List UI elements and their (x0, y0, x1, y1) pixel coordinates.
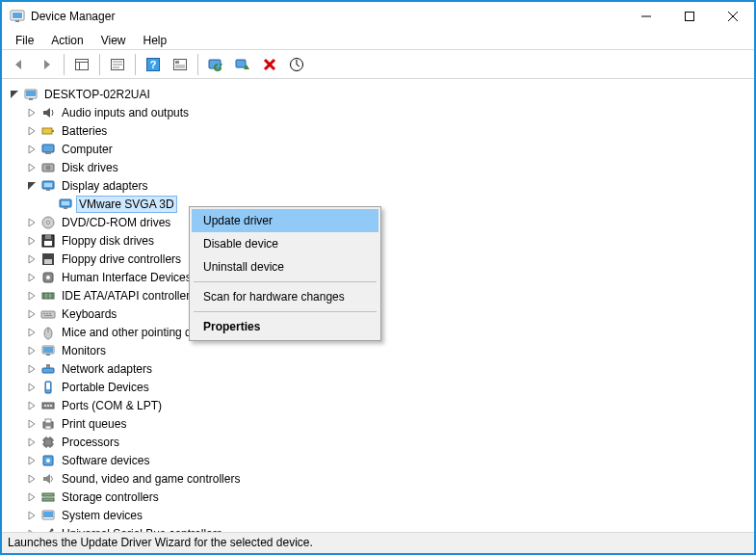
context-menu-item[interactable]: Disable device (192, 232, 378, 255)
sound-icon (40, 471, 56, 487)
chevron-right-icon[interactable] (25, 161, 39, 174)
chevron-right-icon[interactable] (25, 399, 39, 412)
tree-category-label: Network adapters (60, 361, 154, 377)
svg-point-91 (51, 528, 54, 531)
maximize-button[interactable] (667, 2, 711, 31)
svg-rect-53 (41, 311, 55, 318)
svg-rect-64 (46, 364, 50, 368)
svg-rect-31 (45, 152, 51, 154)
svg-rect-73 (45, 426, 51, 429)
tree-category-label: Monitors (60, 343, 108, 358)
chevron-right-icon[interactable] (25, 326, 39, 339)
svg-rect-30 (42, 145, 54, 152)
toolbar: ? (2, 50, 754, 79)
svg-rect-2 (15, 20, 19, 22)
tree-category-node[interactable]: Portable Devices (8, 378, 752, 396)
back-button[interactable] (8, 53, 31, 76)
disable-device-button[interactable] (231, 53, 254, 76)
context-menu-item[interactable]: Update driver (192, 209, 378, 232)
tree-category-label: Software devices (60, 453, 151, 468)
chevron-down-icon[interactable] (8, 88, 21, 101)
chevron-right-icon[interactable] (25, 143, 39, 156)
close-button[interactable] (711, 2, 754, 31)
menu-view[interactable]: View (93, 32, 134, 49)
chevron-right-icon[interactable] (25, 509, 39, 522)
chevron-right-icon[interactable] (25, 289, 39, 303)
tree-category-node[interactable]: Computer (8, 140, 752, 158)
svg-rect-27 (29, 98, 33, 100)
tree-category-node[interactable]: Monitors (8, 341, 752, 359)
chevron-right-icon[interactable] (25, 252, 39, 266)
tree-category-node[interactable]: Ports (COM & LPT) (8, 396, 752, 414)
tree-category-node[interactable]: Software devices (8, 451, 752, 469)
tree-category-node[interactable]: Network adapters (8, 359, 752, 378)
svg-rect-36 (46, 189, 50, 191)
chevron-right-icon[interactable] (25, 216, 39, 229)
menu-action[interactable]: Action (43, 32, 91, 49)
chevron-right-icon[interactable] (25, 106, 39, 119)
storage-icon (40, 489, 56, 505)
help-button[interactable]: ? (142, 53, 165, 76)
chevron-right-icon[interactable] (25, 417, 39, 431)
portable-icon (40, 380, 56, 395)
action-menu-button[interactable] (169, 53, 192, 76)
svg-rect-56 (49, 313, 51, 314)
scan-hardware-button[interactable] (285, 53, 308, 76)
context-menu-item[interactable]: Properties (192, 315, 378, 338)
chevron-right-icon[interactable] (25, 234, 39, 248)
tree-root-node[interactable]: DESKTOP-02R2UAI (8, 85, 752, 103)
svg-point-84 (46, 459, 50, 462)
tree-category-node[interactable]: Sound, video and game controllers (8, 469, 752, 488)
update-driver-button[interactable] (204, 53, 227, 76)
tree-category-label: Keyboards (60, 306, 118, 322)
chevron-right-icon[interactable] (25, 362, 39, 376)
tree-category-node[interactable]: Processors (8, 433, 752, 451)
context-menu-separator (194, 281, 377, 282)
svg-rect-17 (175, 61, 179, 64)
system-icon (40, 508, 56, 523)
tree-category-label: Computer (60, 142, 115, 157)
svg-rect-26 (26, 91, 36, 96)
tree-category-node[interactable]: Universal Serial Bus controllers (8, 524, 752, 532)
chevron-right-icon[interactable] (25, 344, 39, 357)
context-menu-item[interactable]: Uninstall device (192, 255, 378, 278)
chevron-right-icon[interactable] (25, 490, 39, 504)
tree-category-label: System devices (60, 508, 144, 523)
svg-rect-44 (44, 241, 52, 246)
tree-category-node[interactable]: Storage controllers (8, 488, 752, 506)
show-hide-console-tree-button[interactable] (70, 53, 93, 76)
forward-button[interactable] (35, 53, 58, 76)
cpu-icon (40, 435, 56, 450)
tree-category-node[interactable]: System devices (8, 506, 752, 524)
chevron-right-icon[interactable] (25, 124, 39, 138)
chevron-right-icon[interactable] (25, 307, 39, 321)
menu-help[interactable]: Help (136, 32, 175, 49)
chevron-right-icon[interactable] (25, 454, 39, 467)
context-menu-item[interactable]: Scan for hardware changes (192, 285, 378, 308)
svg-text:?: ? (150, 59, 157, 70)
minimize-button[interactable] (624, 2, 667, 31)
chevron-right-icon[interactable] (25, 381, 39, 394)
chevron-right-icon[interactable] (25, 271, 39, 284)
tree-category-node[interactable]: Disk drives (8, 158, 752, 176)
status-text: Launches the Update Driver Wizard for th… (8, 536, 313, 549)
svg-rect-85 (42, 493, 54, 496)
svg-rect-7 (76, 59, 89, 69)
tree-category-node[interactable]: Print queues (8, 414, 752, 433)
chevron-down-icon[interactable] (25, 179, 39, 193)
svg-rect-88 (43, 512, 53, 517)
monitor-icon (40, 343, 56, 358)
chevron-right-icon[interactable] (25, 472, 39, 486)
properties-button[interactable] (106, 53, 129, 76)
tree-category-node[interactable]: Display adapters (8, 176, 752, 195)
svg-point-33 (46, 165, 51, 170)
uninstall-device-button[interactable] (258, 53, 281, 76)
display-icon (40, 178, 56, 194)
tree-category-node[interactable]: Audio inputs and outputs (8, 103, 752, 121)
menu-file[interactable]: File (8, 32, 41, 49)
floppy-icon (40, 233, 56, 249)
tree-category-node[interactable]: Batteries (8, 121, 752, 140)
chevron-right-icon[interactable] (25, 436, 39, 449)
svg-rect-61 (43, 347, 53, 353)
port-icon (40, 398, 56, 413)
